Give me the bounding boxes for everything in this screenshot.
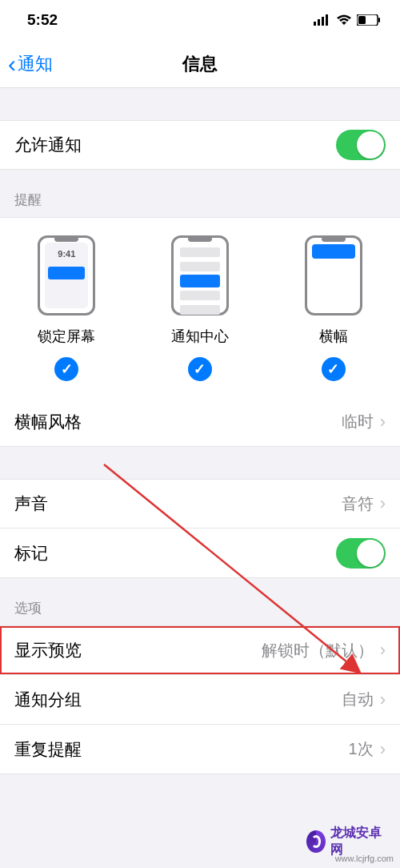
banner-style-value: 临时 xyxy=(342,411,374,432)
watermark-name: 龙城安卓网 xyxy=(330,825,386,858)
status-indicators xyxy=(314,14,381,26)
repeat-alerts-row[interactable]: 重复提醒 1次 › xyxy=(0,725,400,774)
badges-label: 标记 xyxy=(14,542,48,565)
watermark-logo-icon xyxy=(306,830,326,853)
options-header: 选项 xyxy=(0,578,400,625)
svg-rect-0 xyxy=(314,22,316,26)
show-preview-value: 解锁时（默认） xyxy=(262,640,374,661)
banner-style-label: 横幅风格 xyxy=(14,411,82,433)
sound-row[interactable]: 声音 音符 › xyxy=(0,479,400,528)
chevron-left-icon: ‹ xyxy=(8,52,16,76)
alert-label: 横幅 xyxy=(319,327,348,346)
grouping-label: 通知分组 xyxy=(14,689,82,711)
status-bar: 5:52 xyxy=(0,0,400,40)
wifi-icon xyxy=(336,14,352,26)
alert-option-notification-center[interactable]: 通知中心 ✓ xyxy=(134,235,266,381)
checkmark-icon: ✓ xyxy=(322,357,346,381)
watermark: 龙城安卓网 www.lcjrfg.com xyxy=(306,855,394,863)
chevron-right-icon: › xyxy=(380,640,386,661)
svg-rect-1 xyxy=(318,19,320,26)
show-preview-row[interactable]: 显示预览 解锁时（默认） › xyxy=(0,625,400,675)
notification-center-preview-icon xyxy=(171,235,229,315)
alert-label: 通知中心 xyxy=(171,327,229,346)
show-preview-label: 显示预览 xyxy=(14,639,82,661)
allow-notifications-label: 允许通知 xyxy=(14,134,82,156)
checkmark-icon: ✓ xyxy=(188,357,212,381)
chevron-right-icon: › xyxy=(380,493,386,514)
badges-switch[interactable] xyxy=(336,538,386,569)
sound-value: 音符 xyxy=(342,493,374,515)
chevron-right-icon: › xyxy=(380,689,386,710)
lockscreen-preview-icon: 9:41 xyxy=(38,235,95,315)
repeat-value: 1次 xyxy=(349,738,374,760)
repeat-label: 重复提醒 xyxy=(14,738,82,761)
back-button[interactable]: ‹ 通知 xyxy=(0,52,53,76)
svg-rect-5 xyxy=(358,16,366,24)
allow-notifications-switch[interactable] xyxy=(336,130,386,160)
banner-style-row[interactable]: 横幅风格 临时 › xyxy=(0,397,400,447)
badges-row: 标记 xyxy=(0,528,400,578)
back-label: 通知 xyxy=(18,52,53,76)
banner-preview-icon xyxy=(305,235,362,315)
svg-rect-2 xyxy=(322,17,324,26)
chevron-right-icon: › xyxy=(380,412,386,432)
alert-option-banner[interactable]: 横幅 ✓ xyxy=(267,235,399,381)
svg-rect-6 xyxy=(378,18,380,22)
alerts-panel: 9:41 锁定屏幕 ✓ 通知中心 ✓ 横幅 ✓ xyxy=(0,217,400,397)
checkmark-icon: ✓ xyxy=(54,357,78,381)
alert-option-lockscreen[interactable]: 9:41 锁定屏幕 ✓ xyxy=(1,235,133,381)
alert-label: 锁定屏幕 xyxy=(38,327,95,346)
svg-rect-3 xyxy=(326,14,328,26)
notification-grouping-row[interactable]: 通知分组 自动 › xyxy=(0,675,400,725)
status-time: 5:52 xyxy=(27,11,58,29)
cellular-icon xyxy=(314,14,331,26)
grouping-value: 自动 xyxy=(342,689,374,710)
battery-icon xyxy=(357,14,381,26)
chevron-right-icon: › xyxy=(380,739,386,760)
allow-notifications-row: 允许通知 xyxy=(0,120,400,170)
sound-label: 声音 xyxy=(14,492,48,515)
alerts-header: 提醒 xyxy=(0,170,400,217)
nav-bar: ‹ 通知 信息 xyxy=(0,40,400,88)
page-title: 信息 xyxy=(182,52,218,76)
